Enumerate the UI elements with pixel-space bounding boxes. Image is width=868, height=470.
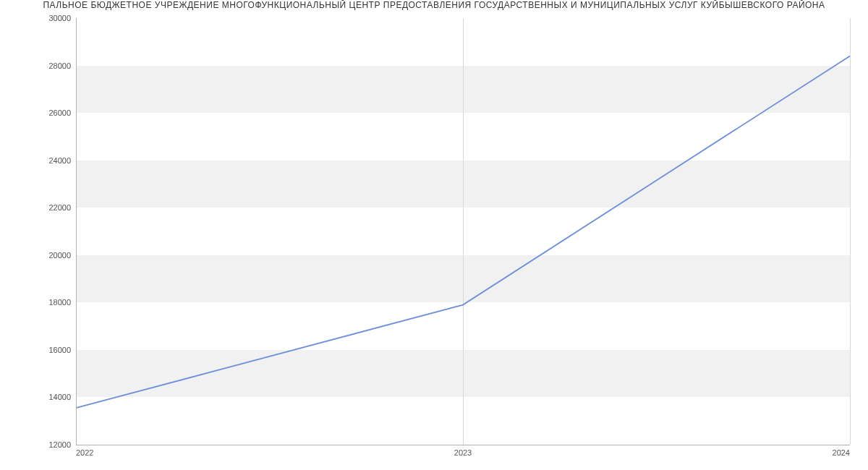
x-tick-label: 2024 — [833, 448, 850, 457]
line-series — [76, 18, 850, 445]
y-tick-label: 16000 — [6, 346, 71, 354]
y-tick-label: 14000 — [6, 393, 71, 401]
y-tick-label: 12000 — [6, 440, 71, 449]
y-tick-label: 30000 — [6, 14, 71, 22]
plot-area — [76, 18, 850, 445]
x-gridline — [850, 18, 851, 445]
chart-container: ПАЛЬНОЕ БЮДЖЕТНОЕ УЧРЕЖДЕНИЕ МНОГОФУНКЦИ… — [0, 0, 868, 470]
y-tick-label: 22000 — [6, 203, 71, 212]
data-line — [76, 56, 850, 408]
y-tick-label: 28000 — [6, 61, 71, 70]
x-axis-line — [76, 445, 850, 445]
y-tick-label: 26000 — [6, 108, 71, 117]
y-axis-line — [76, 18, 77, 445]
x-tick-label: 2023 — [454, 448, 472, 457]
y-tick-label: 18000 — [6, 298, 71, 307]
y-tick-label: 20000 — [6, 251, 71, 260]
y-tick-label: 24000 — [6, 156, 71, 165]
x-tick-label: 2022 — [76, 448, 93, 457]
chart-title: ПАЛЬНОЕ БЮДЖЕТНОЕ УЧРЕЖДЕНИЕ МНОГОФУНКЦИ… — [0, 0, 868, 13]
